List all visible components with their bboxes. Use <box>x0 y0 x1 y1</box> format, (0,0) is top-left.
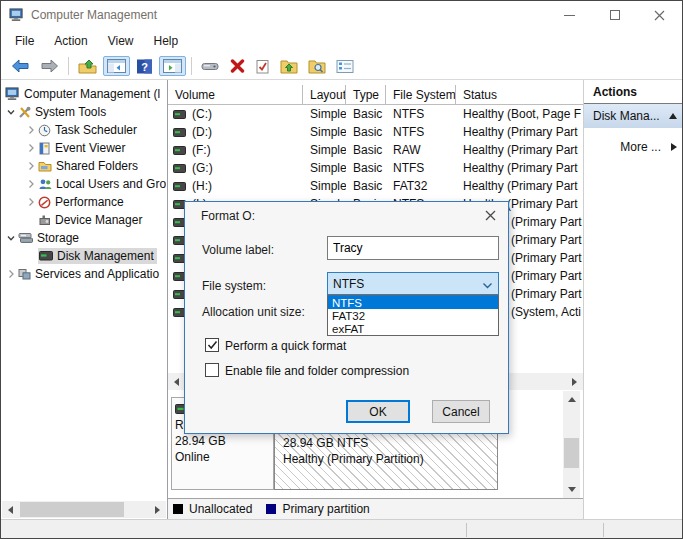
volume-name: (G:) <box>192 161 213 175</box>
tree-item-system-tools[interactable]: System Tools <box>1 103 167 121</box>
scroll-down-button[interactable] <box>563 481 580 498</box>
actions-group-label: Disk Mana... <box>593 109 669 123</box>
chevron-right-icon[interactable] <box>4 269 18 279</box>
column-header-status[interactable]: Status <box>456 85 583 104</box>
volume-file-system: FAT32 <box>386 179 456 193</box>
quick-format-checkbox[interactable] <box>205 338 219 352</box>
show-action-pane-button[interactable] <box>159 56 186 76</box>
compression-checkbox[interactable] <box>205 363 219 377</box>
device-manager-icon <box>38 214 51 226</box>
file-system-select[interactable]: NTFS <box>327 272 499 295</box>
menu-action[interactable]: Action <box>44 31 97 51</box>
properties-button[interactable] <box>332 57 358 76</box>
tree-item-label: Computer Management (l <box>24 87 160 101</box>
tree-selection: Disk Management <box>38 248 157 264</box>
volume-row[interactable]: (F:) Simple Basic RAW Healthy (Primary P… <box>168 141 583 159</box>
disk-view-vertical-scrollbar[interactable] <box>563 391 580 498</box>
menu-view[interactable]: View <box>98 31 144 51</box>
properties-icon <box>336 60 354 73</box>
quick-format-label: Perform a quick format <box>225 339 346 353</box>
scroll-up-button[interactable] <box>563 391 580 408</box>
scroll-left-button[interactable] <box>168 373 185 390</box>
volume-type: Basic <box>346 125 386 139</box>
collapse-icon[interactable] <box>669 113 677 119</box>
tree-item-task-scheduler[interactable]: Task Scheduler <box>1 121 167 139</box>
check-icon <box>207 340 218 350</box>
toolbar: ? <box>1 53 682 80</box>
scroll-left-button[interactable] <box>2 501 19 518</box>
volume-row[interactable]: (G:) Simple Basic NTFS Healthy (Primary … <box>168 159 583 177</box>
explore-button[interactable] <box>304 56 330 77</box>
back-icon <box>11 59 30 73</box>
tree-item-event-viewer[interactable]: Event Viewer <box>1 139 167 157</box>
tree-item-device-manager[interactable]: Device Manager <box>1 211 167 229</box>
chevron-right-icon[interactable] <box>24 161 38 171</box>
scrollbar-thumb[interactable] <box>564 438 579 468</box>
ok-button[interactable]: OK <box>346 400 410 423</box>
console-tree: Computer Management (l System Tools Task… <box>1 85 167 283</box>
tree-item-label: Disk Management <box>57 249 154 263</box>
dialog-close-button[interactable] <box>478 206 502 225</box>
help-button[interactable]: ? <box>132 56 157 77</box>
toolbar-separator <box>191 57 192 75</box>
disk-drive-button[interactable] <box>197 57 224 75</box>
cancel-button[interactable]: Cancel <box>432 400 490 423</box>
column-header-type[interactable]: Type <box>346 85 386 104</box>
dropdown-option-fat32[interactable]: FAT32 <box>328 309 498 322</box>
more-actions-item[interactable]: More ... <box>584 137 683 157</box>
task-scheduler-icon <box>38 124 51 137</box>
dropdown-option-ntfs[interactable]: NTFS <box>328 296 498 309</box>
minimize-button[interactable] <box>547 1 592 29</box>
column-header-layout[interactable]: Layout <box>303 85 346 104</box>
chevron-down-icon[interactable] <box>4 107 18 117</box>
validate-button[interactable] <box>251 56 274 77</box>
tree-item-shared-folders[interactable]: Shared Folders <box>1 157 167 175</box>
chevron-right-icon[interactable] <box>24 179 38 189</box>
menu-file[interactable]: File <box>5 31 44 51</box>
show-console-tree-button[interactable] <box>103 56 130 76</box>
column-header-file-system[interactable]: File System <box>386 85 456 104</box>
chevron-right-icon[interactable] <box>24 125 38 135</box>
chevron-down-icon <box>482 279 493 293</box>
scroll-left-icon <box>174 378 179 386</box>
dropdown-option-exfat[interactable]: exFAT <box>328 322 498 335</box>
maximize-button[interactable] <box>592 1 637 29</box>
toolbar-separator <box>68 57 69 75</box>
scroll-right-button[interactable] <box>566 373 583 390</box>
chevron-right-icon[interactable] <box>24 143 38 153</box>
actions-panel: Actions Disk Mana... More ... <box>583 80 683 519</box>
chevron-down-icon[interactable] <box>4 233 18 243</box>
volume-file-system: NTFS <box>386 107 456 121</box>
console-tree-panel: Computer Management (l System Tools Task… <box>1 80 168 519</box>
tree-item-performance[interactable]: Performance <box>1 193 167 211</box>
tree-item-local-users-and-groups[interactable]: Local Users and Gro <box>1 175 167 193</box>
tree-horizontal-scrollbar[interactable] <box>2 501 166 518</box>
close-button[interactable] <box>637 1 682 29</box>
forward-button[interactable] <box>36 56 63 76</box>
scroll-right-icon <box>155 506 160 514</box>
delete-button[interactable] <box>226 56 249 76</box>
volume-row[interactable]: (H:) Simple Basic FAT32 Healthy (Primary… <box>168 177 583 195</box>
tree-item-label: Shared Folders <box>56 159 138 173</box>
back-button[interactable] <box>7 56 34 76</box>
tree-item-computer-management[interactable]: Computer Management (l <box>1 85 167 103</box>
volume-row[interactable]: (C:) Simple Basic NTFS Healthy (Boot, Pa… <box>168 105 583 123</box>
tree-item-disk-management[interactable]: Disk Management <box>1 247 167 265</box>
chevron-right-icon[interactable] <box>24 197 38 207</box>
open-button[interactable] <box>276 56 302 77</box>
primary-partition-swatch <box>266 504 276 514</box>
up-one-level-button[interactable] <box>74 56 101 77</box>
tree-item-storage[interactable]: Storage <box>1 229 167 247</box>
unallocated-swatch <box>173 504 183 514</box>
services-icon <box>18 268 31 280</box>
scrollbar-thumb[interactable] <box>20 502 124 517</box>
volume-label-input[interactable] <box>327 236 499 260</box>
volume-row[interactable]: (D:) Simple Basic NTFS Healthy (Primary … <box>168 123 583 141</box>
menu-help[interactable]: Help <box>144 31 189 51</box>
column-header-volume[interactable]: Volume <box>168 85 303 104</box>
actions-group-disk-management[interactable]: Disk Mana... <box>584 104 683 128</box>
volume-status: Healthy (Primary Part <box>456 143 583 157</box>
scroll-right-button[interactable] <box>149 501 166 518</box>
tree-item-services-and-applications[interactable]: Services and Applicatio <box>1 265 167 283</box>
minimize-icon <box>564 15 575 16</box>
